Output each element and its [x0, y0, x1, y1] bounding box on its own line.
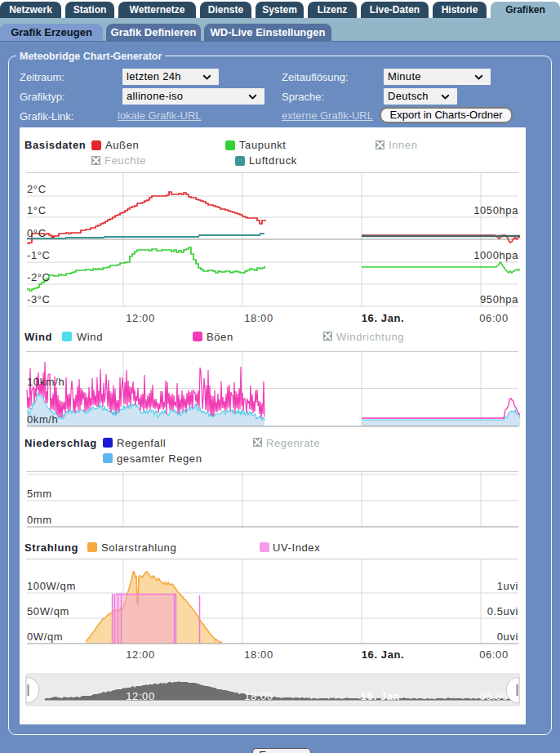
svg-text:Luftdruck: Luftdruck	[249, 154, 297, 167]
svg-text:Außen: Außen	[105, 139, 139, 151]
svg-text:16. Jan.: 16. Jan.	[362, 648, 405, 661]
svg-text:950hpa: 950hpa	[480, 293, 518, 305]
svg-text:Windrichtung: Windrichtung	[336, 331, 404, 343]
svg-text:1050hpa: 1050hpa	[473, 204, 518, 216]
svg-text:0mm: 0mm	[27, 514, 52, 526]
svg-text:Wind: Wind	[77, 331, 103, 343]
svg-text:06:00: 06:00	[479, 312, 509, 324]
svg-text:12:00: 12:00	[126, 312, 155, 324]
svg-text:0.5uvi: 0.5uvi	[487, 605, 518, 617]
svg-text:Böen: Böen	[207, 331, 233, 343]
svg-text:100W/qm: 100W/qm	[27, 580, 76, 592]
svg-text:0uvi: 0uvi	[497, 630, 518, 643]
svg-text:16. Jan: 16. Jan	[361, 690, 400, 702]
svg-text:18:00: 18:00	[244, 312, 273, 324]
svg-text:-1°C: -1°C	[27, 249, 51, 261]
svg-text:5mm: 5mm	[27, 488, 52, 500]
svg-text:1°C: 1°C	[27, 204, 47, 216]
svg-text:Niederschlag: Niederschlag	[24, 437, 97, 449]
svg-text:UV-Index: UV-Index	[273, 541, 320, 554]
svg-text:Feuchte: Feuchte	[104, 154, 146, 167]
svg-text:06:00: 06:00	[479, 648, 509, 661]
svg-text:Basisdaten: Basisdaten	[24, 139, 86, 151]
svg-text:2°C: 2°C	[27, 183, 47, 195]
svg-text:18:00: 18:00	[244, 648, 273, 661]
svg-text:Taupunkt: Taupunkt	[239, 139, 287, 151]
svg-text:0W/qm: 0W/qm	[27, 630, 63, 643]
svg-text:10km/h: 10km/h	[27, 376, 64, 388]
svg-text:12:00: 12:00	[126, 690, 155, 702]
svg-text:16. Jan.: 16. Jan.	[362, 312, 405, 324]
svg-text:0km/h: 0km/h	[27, 413, 58, 426]
svg-text:0°C: 0°C	[27, 227, 47, 239]
svg-text:Innen: Innen	[389, 139, 418, 151]
svg-text:1000hpa: 1000hpa	[473, 249, 518, 261]
svg-text:Wind: Wind	[24, 331, 52, 343]
svg-text:12:00: 12:00	[126, 648, 155, 661]
svg-text:Solarstrahlung: Solarstrahlung	[101, 541, 176, 554]
svg-text:gesamter Regen: gesamter Regen	[117, 452, 202, 465]
svg-text:18:00: 18:00	[244, 690, 273, 702]
svg-text:-3°C: -3°C	[27, 293, 51, 305]
svg-text:Strahlung: Strahlung	[24, 541, 78, 554]
svg-text:06:00: 06:00	[479, 690, 509, 702]
svg-text:1uvi: 1uvi	[497, 580, 518, 592]
svg-text:-2°C: -2°C	[27, 271, 51, 283]
svg-text:50W/qm: 50W/qm	[27, 605, 69, 617]
svg-text:Regenfall: Regenfall	[117, 437, 166, 449]
svg-text:Regenrate: Regenrate	[266, 437, 320, 449]
